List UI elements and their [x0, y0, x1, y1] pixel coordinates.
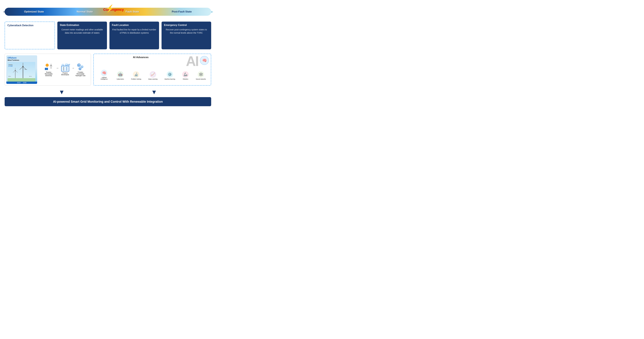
- lightning-icon: ⚡: [105, 5, 114, 12]
- arrows-row: ▼ ▼: [4, 89, 211, 96]
- svg-point-11: [15, 70, 16, 71]
- wind-turbine-svg: Capacity 6.0 MW 250 m 150 m 151 m: [8, 62, 35, 82]
- ai-icon-deep-learning: 📈: [150, 71, 156, 78]
- hydro-item-hydrogen: H₂ H₂ H₂ CreatesRenewableHydrogen Gas: [76, 63, 86, 76]
- svg-text:H₂: H₂: [66, 64, 67, 66]
- ai-advances-panel: AI Advances AI 🧠 🧠 Artificial Intelligen…: [94, 54, 211, 86]
- ai-big-letter: AI: [186, 54, 198, 68]
- contingency-section: Contingency ⚡ Optimized State Normal Sta…: [4, 8, 211, 17]
- main-container: Contingency ⚡ Optimized State Normal Sta…: [0, 0, 216, 109]
- svg-point-26: [50, 65, 51, 66]
- bar-label-postfault: Post-Fault State: [172, 10, 192, 13]
- ai-label-cybernetics: Cybernetics: [116, 78, 124, 80]
- card-cyberattack-title: Cyberattack Detection: [8, 24, 52, 27]
- ai-item-problem-solving: 🔬 Problem Solving: [131, 71, 141, 80]
- svg-text:H₂: H₂: [81, 66, 83, 68]
- card-fault-location: Fault Location Find faulted line for rep…: [110, 22, 159, 49]
- bottom-banner-text: AI-powered Smart Grid Monitoring and Con…: [53, 100, 163, 103]
- card-emergency-control-body: Recover post-contingency system states t…: [164, 28, 209, 34]
- ai-panel-title: AI Advances: [96, 56, 186, 59]
- surplus-label: Surplus RenewableElectricity: [42, 72, 55, 76]
- surplus-electricity-icon: [44, 63, 53, 72]
- wind-year-bar: 2019 2035: [6, 82, 37, 84]
- ai-item-robotics: 🦾 Robotics: [182, 71, 189, 80]
- bottom-banner: AI-powered Smart Grid Monitoring and Con…: [4, 97, 211, 106]
- ai-item-deep-learning: 📈 Deep Learning: [148, 71, 158, 80]
- svg-text:250 m: 250 m: [24, 69, 27, 70]
- bar-label-fault: Fault State: [126, 10, 139, 13]
- card-state-estimation-body: Convert meter readings and other availab…: [60, 28, 104, 34]
- electrolysis-label: PowersElectrolysis: [61, 72, 69, 76]
- ai-item-artificial-intelligence: 🧠 Artificial Intelligence: [99, 70, 110, 80]
- hydro-item-electrolysis: O₂ H₂ H₂ PowersElectrolysis: [60, 64, 70, 76]
- wind-offshore-label: Offshore: [8, 56, 16, 59]
- bottom-section: Offshore Wind Turbines: [4, 54, 211, 86]
- card-cyberattack: Cyberattack Detection: [4, 22, 55, 49]
- card-emergency-control-title: Emergency Control: [164, 24, 209, 26]
- hydrogen-label: CreatesRenewableHydrogen Gas: [76, 72, 86, 76]
- card-fault-location-title: Fault Location: [112, 24, 156, 26]
- hydro-item-surplus: Surplus RenewableElectricity: [42, 63, 55, 76]
- hydro-diagram: Surplus RenewableElectricity → O₂: [42, 63, 86, 76]
- down-arrow-left: ▼: [58, 89, 65, 96]
- hydro-arrow-1: →: [56, 66, 59, 70]
- wind-turbine-panel: Offshore Wind Turbines: [6, 55, 37, 84]
- ai-icon-cybernetics: 🤖: [117, 71, 124, 78]
- down-arrow-right: ▼: [151, 89, 157, 96]
- bar-label-normal: Normal State: [76, 10, 93, 13]
- card-fault-location-body: Find faulted line for repair by a limite…: [112, 28, 156, 34]
- hydro-arrow-2: →: [72, 66, 74, 70]
- svg-text:Capacity: Capacity: [8, 64, 13, 65]
- ai-icon-brain: 🧠: [101, 70, 107, 76]
- hydrogen-gas-icon: H₂ H₂ H₂: [76, 63, 84, 72]
- brain-icon: 🧠: [200, 56, 209, 65]
- ai-label-artificial-intelligence: Artificial Intelligence: [99, 77, 110, 80]
- ai-icons-row: 🧠 Artificial Intelligence 🤖 Cybernetics …: [96, 70, 209, 80]
- ai-icon-machine-learning: ⚙️: [167, 71, 173, 78]
- bar-label-optimized: Optimized State: [24, 10, 44, 13]
- wind-panel-title: Offshore Wind Turbines: [8, 56, 36, 61]
- svg-text:O₂: O₂: [62, 65, 64, 66]
- wind-year-2019: 2019: [17, 82, 20, 84]
- ai-panel-inner: AI Advances AI 🧠 🧠 Artificial Intelligen…: [96, 56, 209, 80]
- card-emergency-control: Emergency Control Recover post-contingen…: [162, 22, 211, 49]
- ai-icon-neural-networks: 🕸️: [198, 71, 204, 78]
- svg-text:H₂: H₂: [79, 68, 81, 70]
- svg-text:150 m: 150 m: [8, 76, 11, 77]
- svg-rect-30: [61, 66, 69, 72]
- wind-year-2035: 2035: [23, 82, 26, 84]
- svg-point-6: [22, 66, 24, 67]
- ai-item-cybernetics: 🤖 Cybernetics: [116, 71, 124, 80]
- card-state-estimation-title: State Estimation: [60, 24, 104, 26]
- svg-text:H₂: H₂: [78, 64, 80, 66]
- electrolysis-icon: O₂ H₂ H₂: [60, 64, 70, 72]
- svg-point-17: [46, 64, 49, 67]
- ai-icon-robotics: 🦾: [182, 71, 189, 78]
- svg-text:🧠: 🧠: [202, 58, 207, 62]
- ai-label-machine-learning: Machine learning: [164, 78, 175, 80]
- bottom-left-panel: Offshore Wind Turbines: [4, 54, 91, 86]
- ai-icon-problem-solving: 🔬: [133, 71, 139, 78]
- ai-label-problem-solving: Problem Solving: [131, 78, 141, 80]
- ai-label-robotics: Robotics: [183, 78, 188, 80]
- svg-text:H₂: H₂: [68, 64, 70, 65]
- ai-item-neural-networks: 🕸️ Neural networks: [196, 71, 206, 80]
- card-state-estimation: State Estimation Convert meter readings …: [57, 22, 107, 49]
- gradient-bar-wrapper: ⚡ Optimized State Normal State Fault Sta…: [4, 8, 211, 17]
- ai-label-neural-networks: Neural networks: [196, 78, 206, 80]
- hydrogen-panel: Surplus RenewableElectricity → O₂: [39, 62, 89, 77]
- cards-row: Cyberattack Detection State Estimation C…: [4, 22, 211, 49]
- ai-item-machine-learning: ⚙️ Machine learning: [164, 71, 175, 80]
- svg-text:151 m: 151 m: [29, 76, 32, 77]
- svg-text:6.0 MW: 6.0 MW: [8, 65, 13, 67]
- wind-turbines-label: Wind Turbines: [8, 59, 19, 61]
- ai-label-deep-learning: Deep Learning: [148, 78, 158, 80]
